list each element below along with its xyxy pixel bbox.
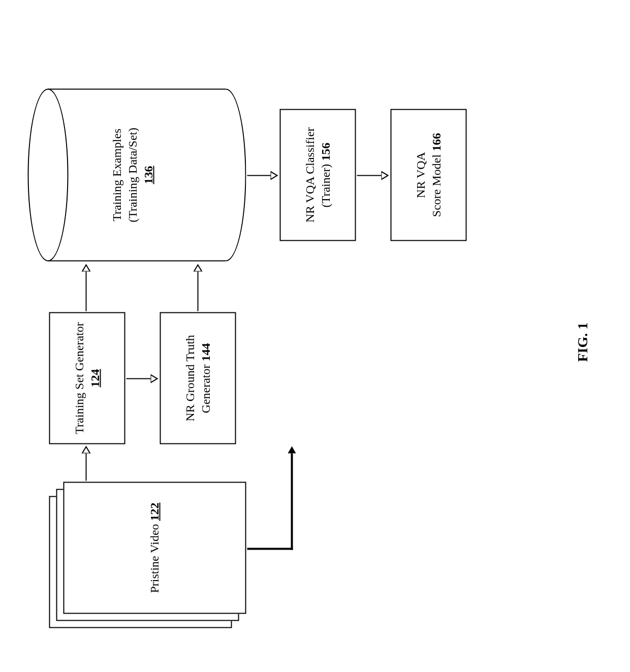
figure-label: FIG. 1 [575, 323, 591, 362]
arrow-examples-to-classifier [247, 175, 271, 176]
arrow-pristine-to-gtgen-v [247, 548, 293, 550]
gtgen-label2: Generator [199, 365, 212, 413]
ground-truth-generator-box: NR Ground Truth Generator 144 [160, 312, 236, 444]
classifier-ref: 156 [319, 143, 332, 161]
pristine-label: Pristine Video [148, 524, 161, 593]
arrow-examples-to-classifier-head [271, 171, 278, 180]
arrow-traingen-to-gtgen [127, 378, 151, 379]
arrow-pristine-to-gtgen-head [288, 446, 296, 454]
diagram-canvas: Pristine Video 122 Training Set Generato… [1, 0, 631, 672]
arrow-pristine-to-traingen [86, 454, 87, 481]
arrow-pristine-to-gtgen-h [291, 454, 293, 550]
pristine-video-box: Pristine Video 122 [64, 482, 246, 614]
arrow-traingen-to-examples [86, 272, 87, 311]
training-examples-cylinder: Training Examples (Training Data/Set) 13… [28, 89, 246, 262]
arrow-gtgen-to-examples [198, 272, 199, 311]
model-ref: 166 [430, 133, 443, 151]
traingen-label: Training Set Generator [71, 322, 87, 434]
classifier-label2: (Trainer) [319, 164, 332, 208]
arrow-traingen-to-gtgen-head [151, 374, 159, 383]
arrow-pristine-to-traingen-head [82, 446, 91, 454]
arrow-classifier-to-model-head [382, 171, 389, 180]
arrow-classifier-to-model [357, 175, 382, 176]
classifier-label1: NR VQA Classifier [302, 127, 318, 223]
model-label2: Score Model [430, 154, 443, 217]
traingen-ref: 124 [87, 369, 103, 388]
classifier-box: NR VQA Classifier (Trainer) 156 [280, 109, 356, 241]
score-model-box: NR VQA Score Model 166 [391, 109, 467, 241]
model-label1: NR VQA [413, 152, 428, 198]
examples-label1: Training Examples [109, 89, 125, 262]
gtgen-ref: 144 [199, 343, 212, 362]
training-set-generator-box: Training Set Generator 124 [49, 312, 125, 444]
arrow-traingen-to-examples-head [82, 264, 91, 272]
gtgen-label1: NR Ground Truth [182, 335, 198, 422]
examples-ref: 136 [141, 89, 156, 262]
examples-label2: (Training Data/Set) [125, 89, 141, 262]
pristine-ref: 122 [148, 502, 161, 521]
arrow-gtgen-to-examples-head [194, 264, 203, 272]
